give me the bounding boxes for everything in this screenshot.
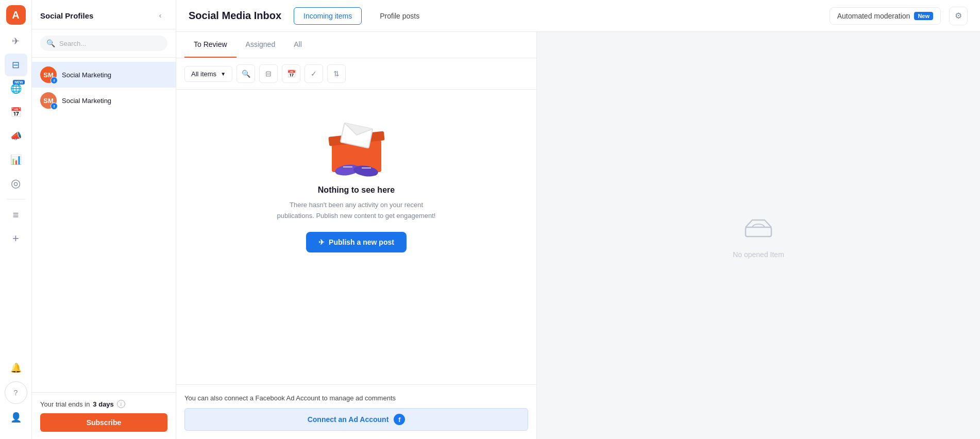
icon-bar: A ✈ ⊟ 🌐 NEW 📅 📣 📊 ◎ ≡ + 🔔 ? 👤 (0, 0, 32, 439)
no-item-text: No opened Item (733, 250, 784, 259)
facebook-icon: f (394, 414, 405, 425)
sidebar-collapse-button[interactable]: ‹ (153, 8, 167, 23)
profile-list: SM f Social Marketing SM f Social Market… (32, 58, 176, 392)
app-logo[interactable]: A (6, 5, 26, 25)
empty-description: There hasn't been any activity on your r… (274, 200, 439, 222)
info-icon[interactable]: i (117, 400, 125, 408)
send-icon[interactable]: ✈ (5, 30, 27, 53)
avatar: SM f (40, 66, 57, 83)
subscribe-button[interactable]: Subscribe (40, 413, 167, 432)
svg-rect-7 (746, 227, 771, 237)
box-illustration (315, 110, 398, 177)
trial-days: 3 days (93, 400, 113, 408)
empty-illustration (315, 110, 398, 177)
publish-label: Publish a new post (329, 238, 394, 246)
sort-button[interactable]: ⇅ (327, 64, 346, 83)
sub-tabs: To Review Assigned All (176, 32, 536, 58)
avatar: SM f (40, 92, 57, 109)
globe-icon[interactable]: 🌐 NEW (5, 77, 27, 100)
divider (7, 199, 25, 199)
help-icon[interactable]: ? (5, 381, 27, 404)
connect-ad-label: Connect an Ad Account (308, 415, 389, 424)
new-badge: NEW (13, 80, 24, 85)
social-badge-fb: f (50, 103, 58, 110)
sidebar-footer: Your trial ends in 3 days i Subscribe (32, 392, 176, 439)
calendar-icon[interactable]: 📅 (5, 101, 27, 124)
search-input[interactable] (59, 40, 161, 47)
lines-icon[interactable]: ≡ (5, 204, 27, 226)
inbox-icon[interactable]: ⊟ (5, 54, 27, 76)
no-item-panel: No opened Item (537, 32, 980, 439)
sidebar: Social Profiles ‹ 🔍 SM f Social Marketin… (32, 0, 176, 439)
sidebar-search-area: 🔍 (32, 29, 176, 58)
social-badge-fb: f (50, 77, 58, 84)
page-title: Social Media Inbox (189, 10, 281, 22)
tab-incoming-items[interactable]: Incoming items (294, 7, 362, 25)
publish-new-post-button[interactable]: ✈ Publish a new post (306, 232, 407, 252)
automated-moderation-button[interactable]: Automated moderation New (830, 7, 941, 25)
profile-item[interactable]: SM f Social Marketing (32, 62, 176, 88)
search-icon: 🔍 (46, 39, 55, 47)
filter-bar: All items ▼ 🔍 ⊟ 📅 ✓ ⇅ (176, 58, 536, 90)
tab-assigned[interactable]: Assigned (236, 32, 285, 58)
chart-icon[interactable]: 📊 (5, 148, 27, 171)
publish-icon: ✈ (318, 238, 325, 246)
automated-moderation-label: Automated moderation (837, 12, 910, 20)
empty-state: Nothing to see here There hasn't been an… (176, 90, 536, 384)
settings-gear-button[interactable]: ⚙ (949, 7, 968, 25)
chevron-down-icon: ▼ (221, 71, 226, 77)
content-area: To Review Assigned All All items ▼ 🔍 ⊟ 📅… (176, 32, 980, 439)
top-header: Social Media Inbox Incoming items Profil… (176, 0, 980, 32)
ad-banner: You can also connect a Facebook Ad Accou… (176, 384, 536, 440)
inbox-panel: To Review Assigned All All items ▼ 🔍 ⊟ 📅… (176, 32, 537, 439)
items-filter-dropdown[interactable]: All items ▼ (184, 66, 232, 82)
user-avatar-icon[interactable]: 👤 (5, 406, 27, 429)
ad-banner-text: You can also connect a Facebook Ad Accou… (184, 393, 528, 403)
tab-to-review[interactable]: To Review (184, 32, 236, 58)
tab-profile-posts[interactable]: Profile posts (370, 7, 429, 25)
advanced-filter-button[interactable]: ⊟ (259, 64, 278, 83)
inbox-tray-icon (743, 213, 774, 244)
tab-all[interactable]: All (284, 32, 311, 58)
connect-ad-account-button[interactable]: Connect an Ad Account f (184, 408, 528, 431)
trial-text: Your trial ends in (40, 400, 90, 408)
filter-label: All items (191, 70, 216, 78)
new-badge: New (914, 12, 933, 20)
sidebar-header: Social Profiles ‹ (32, 0, 176, 29)
megaphone-icon[interactable]: 📣 (5, 125, 27, 147)
checkmark-filter-button[interactable]: ✓ (305, 64, 323, 83)
search-filter-button[interactable]: 🔍 (236, 64, 255, 83)
main-content: Social Media Inbox Incoming items Profil… (176, 0, 980, 439)
plus-icon[interactable]: + (5, 227, 27, 250)
gauge-icon[interactable]: ◎ (5, 172, 27, 195)
bell-icon[interactable]: 🔔 (5, 357, 27, 379)
profile-name: Social Marketing (62, 71, 111, 79)
sidebar-title: Social Profiles (40, 11, 93, 20)
empty-title: Nothing to see here (318, 185, 395, 195)
search-wrapper[interactable]: 🔍 (40, 36, 167, 51)
profile-item[interactable]: SM f Social Marketing (32, 88, 176, 113)
profile-name: Social Marketing (62, 97, 111, 105)
trial-info: Your trial ends in 3 days i (40, 400, 167, 408)
calendar-filter-button[interactable]: 📅 (282, 64, 300, 83)
